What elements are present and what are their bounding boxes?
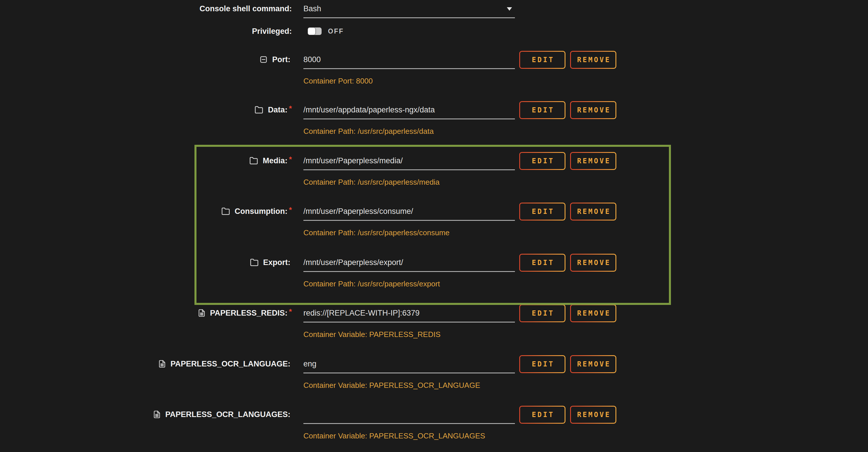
input-value: redis://[REPLACE-WITH-IP]:6379 [303, 309, 420, 318]
field-caption: Container Path: /usr/src/paperless/consu… [303, 228, 450, 237]
field-label-text: PAPERLESS_OCR_LANGUAGE: [170, 360, 290, 368]
console-shell-command-select[interactable]: Bash [303, 0, 515, 18]
folder-icon [221, 207, 230, 216]
folder-icon [249, 156, 258, 165]
edit-button[interactable]: EDIT [519, 355, 565, 373]
edit-button[interactable]: EDIT [519, 203, 565, 220]
field-caption: Container Path: /usr/src/paperless/data [303, 127, 434, 136]
input-value: /mnt/user/appdata/paperless-ngx/data [303, 106, 435, 115]
docker-template-settings-page: Console shell command: Bash Privileged: … [0, 0, 868, 452]
edit-button[interactable]: EDIT [519, 304, 565, 322]
field-label: Media: * [249, 152, 292, 169]
field-caption: Container Variable: PAPERLESS_OCR_LANGUA… [303, 431, 485, 441]
file-text-icon [198, 309, 206, 317]
port-icon [259, 55, 268, 64]
field-label-text: Console shell command: [199, 4, 292, 13]
field-label-text: Data: [268, 106, 287, 115]
field-row-media: Media: * /mnt/user/Paperpless/media/ Con… [0, 152, 868, 196]
remove-button[interactable]: REMOVE [570, 254, 616, 272]
file-text-icon [158, 360, 166, 368]
remove-button[interactable]: REMOVE [570, 203, 616, 220]
input-value: /mnt/user/Paperpless/media/ [303, 156, 403, 165]
dropdown-arrow-icon [507, 7, 512, 11]
paperless-ocr-languages-input[interactable] [303, 406, 515, 424]
remove-button[interactable]: REMOVE [570, 101, 616, 119]
privileged-toggle[interactable] [308, 27, 321, 35]
field-row-data: Data: * /mnt/user/appdata/paperless-ngx/… [0, 101, 868, 145]
file-text-icon [153, 410, 161, 419]
required-marker: * [289, 104, 292, 113]
field-row-paperless-ocr-language: PAPERLESS_OCR_LANGUAGE: eng Container Va… [0, 355, 868, 399]
field-label: Consumption: * [221, 203, 292, 220]
field-row-export: Export: /mnt/user/Paperpless/export/ Con… [0, 254, 868, 298]
field-label-text: Privileged: [252, 27, 292, 36]
input-value: /mnt/user/Paperpless/consume/ [303, 207, 413, 216]
field-label: Console shell command: [199, 0, 292, 17]
remove-button[interactable]: REMOVE [570, 355, 616, 373]
edit-button[interactable]: EDIT [519, 406, 565, 424]
paperless-ocr-language-input[interactable]: eng [303, 355, 515, 373]
consumption-path-input[interactable]: /mnt/user/Paperpless/consume/ [303, 203, 515, 221]
input-value: eng [303, 360, 316, 368]
input-value: /mnt/user/Paperpless/export/ [303, 258, 403, 267]
field-row-port: Port: 8000 Container Port: 8000 EDIT REM… [0, 51, 868, 95]
field-label: Data: * [254, 101, 292, 119]
field-label-text: PAPERLESS_REDIS: [210, 309, 287, 318]
field-label-text: PAPERLESS_OCR_LANGUAGES: [165, 410, 290, 419]
data-path-input[interactable]: /mnt/user/appdata/paperless-ngx/data [303, 101, 515, 119]
field-label-text: Consumption: [235, 207, 287, 216]
field-caption: Container Path: /usr/src/paperless/expor… [303, 279, 440, 289]
media-path-input[interactable]: /mnt/user/Paperpless/media/ [303, 152, 515, 170]
export-path-input[interactable]: /mnt/user/Paperpless/export/ [303, 254, 515, 272]
field-label-text: Export: [263, 258, 291, 267]
toggle-knob [308, 28, 315, 35]
field-row-paperless-ocr-languages: PAPERLESS_OCR_LANGUAGES: Container Varia… [0, 406, 868, 450]
field-label: Port: [259, 51, 292, 68]
remove-button[interactable]: REMOVE [570, 406, 616, 424]
field-caption: Container Port: 8000 [303, 77, 373, 86]
select-value: Bash [303, 4, 321, 13]
toggle-state-label: OFF [328, 23, 344, 40]
required-marker: * [289, 155, 292, 164]
field-label: PAPERLESS_REDIS: * [198, 304, 292, 322]
field-label: Export: [250, 254, 292, 271]
field-caption: Container Variable: PAPERLESS_OCR_LANGUA… [303, 381, 480, 390]
edit-button[interactable]: EDIT [519, 51, 565, 69]
remove-button[interactable]: REMOVE [570, 51, 616, 69]
port-input[interactable]: 8000 [303, 51, 515, 69]
edit-button[interactable]: EDIT [519, 152, 565, 170]
field-caption: Container Path: /usr/src/paperless/media [303, 178, 439, 187]
required-marker: * [289, 307, 292, 316]
field-label: Privileged: [252, 23, 292, 40]
remove-button[interactable]: REMOVE [570, 152, 616, 170]
paperless-redis-input[interactable]: redis://[REPLACE-WITH-IP]:6379 [303, 304, 515, 323]
edit-button[interactable]: EDIT [519, 254, 565, 272]
field-label-text: Media: [262, 156, 287, 165]
field-row-paperless-redis: PAPERLESS_REDIS: * redis://[REPLACE-WITH… [0, 304, 868, 348]
folder-icon [250, 258, 259, 267]
field-label: PAPERLESS_OCR_LANGUAGE: [158, 355, 292, 372]
remove-button[interactable]: REMOVE [570, 304, 616, 322]
field-caption: Container Variable: PAPERLESS_REDIS [303, 330, 441, 339]
folder-icon [254, 106, 264, 114]
field-row-consumption: Consumption: * /mnt/user/Paperpless/cons… [0, 203, 868, 246]
edit-button[interactable]: EDIT [519, 101, 565, 119]
input-value: 8000 [303, 55, 321, 64]
field-label-text: Port: [272, 55, 290, 64]
field-label: PAPERLESS_OCR_LANGUAGES: [153, 406, 292, 423]
required-marker: * [289, 206, 292, 214]
